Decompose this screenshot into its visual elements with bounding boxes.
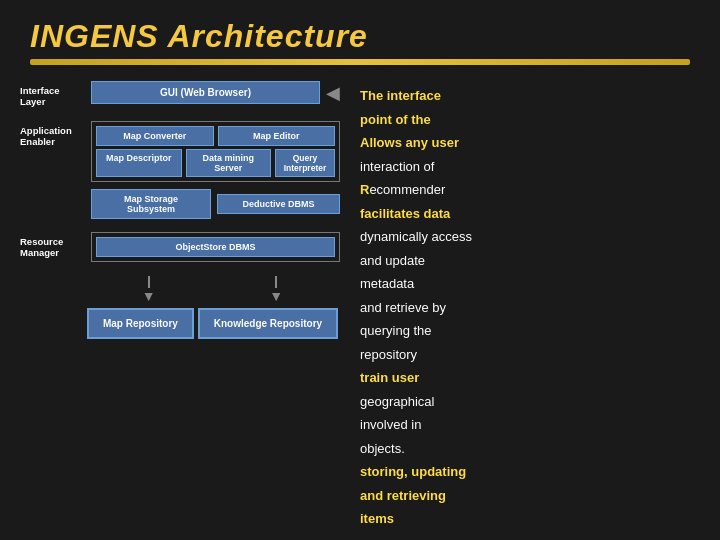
- arrow-down-right: ▼: [269, 288, 283, 304]
- app-enabler-label: Application Enabler: [20, 121, 85, 148]
- text-line16: objects.: [360, 439, 700, 459]
- map-editor-box: Map Editor: [218, 126, 336, 146]
- text-line12: repository: [360, 345, 700, 365]
- text-highlight5: R: [360, 182, 369, 197]
- repository-row: Map Repository Knowledge Repository: [20, 308, 340, 339]
- text-highlight2: point of the: [360, 112, 431, 127]
- text-highlight6: facilitates data: [360, 206, 450, 221]
- arrow-down-left: ▼: [142, 288, 156, 304]
- main-title: INGENS Architecture: [30, 18, 690, 55]
- storage-deductive-row: Map Storage Subsystem Deductive DBMS: [20, 189, 340, 225]
- text-highlight19: items: [360, 511, 394, 526]
- text-line9: metadata: [360, 274, 700, 294]
- text-line1: The interface: [360, 86, 700, 106]
- text-line6: facilitates data: [360, 204, 700, 224]
- text-highlight1: The interface: [360, 88, 441, 103]
- map-storage-box: Map Storage Subsystem: [91, 189, 211, 219]
- arrow-in-gui: ◀: [326, 82, 340, 104]
- connector-lines: ▼ ▼: [20, 272, 340, 304]
- text-line3: Allows any user: [360, 133, 700, 153]
- text-line2: point of the: [360, 110, 700, 130]
- text-line14: geographical: [360, 392, 700, 412]
- text-highlight13: train user: [360, 370, 419, 385]
- left-connector: ▼: [142, 276, 156, 304]
- text-line15: involved in: [360, 415, 700, 435]
- text-highlight18: and retrieving: [360, 488, 446, 503]
- interface-layer-row: Interface Layer GUI (Web Browser) ◀: [20, 81, 340, 117]
- app-inner: Map Converter Map Editor Map Descriptor …: [91, 121, 340, 182]
- content-area: Interface Layer GUI (Web Browser) ◀ Appl…: [0, 71, 720, 540]
- storage-deductive-content: Map Storage Subsystem Deductive DBMS: [91, 189, 340, 219]
- text-line5: Recommender: [360, 180, 700, 200]
- map-descriptor-box: Map Descriptor: [96, 149, 182, 177]
- objectstore-dbms-box: ObjectStore DBMS: [96, 237, 335, 257]
- gui-layer-content: GUI (Web Browser) ◀: [91, 81, 340, 104]
- title-section: INGENS Architecture: [0, 0, 720, 71]
- map-repository-box: Map Repository: [87, 308, 194, 339]
- text-line17: storing, updating: [360, 462, 700, 482]
- text-highlight3: Allows any user: [360, 135, 459, 150]
- text-line18: and retrieving: [360, 486, 700, 506]
- app-enabler-content: Map Converter Map Editor Map Descriptor …: [91, 121, 340, 182]
- text-line11: querying the: [360, 321, 700, 341]
- descriptor-mining-row: Map Descriptor Data mining Server Query …: [96, 149, 335, 177]
- gui-box: GUI (Web Browser): [91, 81, 320, 104]
- resource-manager-label: Resource Manager: [20, 232, 85, 259]
- interface-layer-label: Interface Layer: [20, 81, 85, 108]
- title-underline: [30, 59, 690, 65]
- vert-line-left: [148, 276, 150, 288]
- text-line19: items: [360, 509, 700, 529]
- converter-editor-row: Map Converter Map Editor: [96, 126, 335, 146]
- resource-manager-content: ObjectStore DBMS: [91, 232, 340, 262]
- text-line7: dynamically access: [360, 227, 700, 247]
- map-converter-box: Map Converter: [96, 126, 214, 146]
- query-interpreter-box: Query Interpreter: [275, 149, 335, 177]
- storage-deductive-inner: Map Storage Subsystem Deductive DBMS: [91, 189, 340, 219]
- text-line13: train user: [360, 368, 700, 388]
- text-panel: The interface point of the Allows any us…: [350, 81, 700, 533]
- text-line4: interaction of: [360, 157, 700, 177]
- deductive-dbms-box: Deductive DBMS: [217, 194, 340, 214]
- res-inner: ObjectStore DBMS: [91, 232, 340, 262]
- resource-manager-row: Resource Manager ObjectStore DBMS: [20, 232, 340, 268]
- text-line10: and retrieve by: [360, 298, 700, 318]
- knowledge-repository-box: Knowledge Repository: [198, 308, 338, 339]
- slide: INGENS Architecture Interface Layer GUI …: [0, 0, 720, 540]
- storage-label-spacer: [20, 189, 85, 193]
- app-enabler-row: Application Enabler Map Converter Map Ed…: [20, 121, 340, 182]
- text-highlight17: storing, updating: [360, 464, 466, 479]
- right-connector: ▼: [269, 276, 283, 304]
- vert-line-right: [275, 276, 277, 288]
- arch-diagram: Interface Layer GUI (Web Browser) ◀ Appl…: [20, 81, 340, 533]
- text-line8: and update: [360, 251, 700, 271]
- data-mining-box: Data mining Server: [186, 149, 272, 177]
